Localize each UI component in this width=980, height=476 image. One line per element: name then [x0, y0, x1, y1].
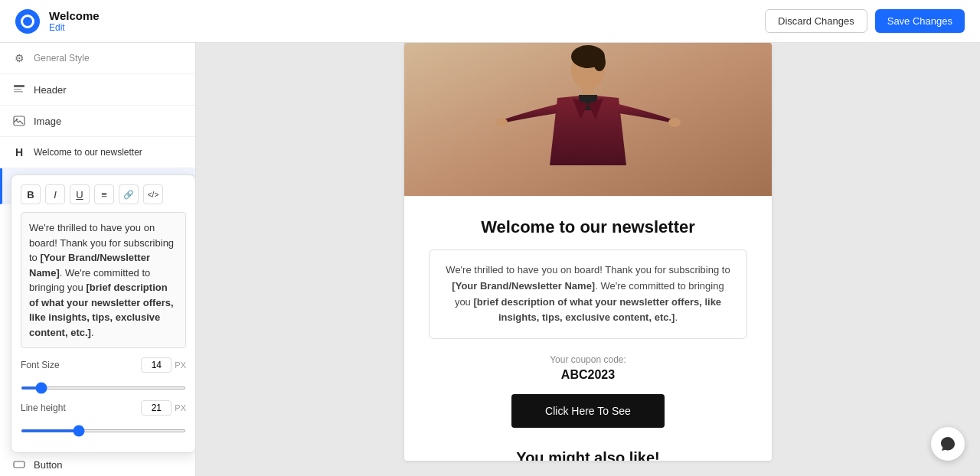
sidebar-item-button[interactable]: Button — [0, 449, 195, 476]
svg-point-20 — [668, 118, 681, 127]
topbar: Welcome Edit Discard Changes Save Change… — [0, 0, 980, 43]
coupon-label: Your coupon code: — [429, 354, 747, 365]
email-preview: Welcome to our newsletter We're thrilled… — [397, 43, 779, 461]
coupon-section: Your coupon code: ABC2023 — [429, 354, 747, 382]
font-size-input[interactable] — [141, 357, 172, 373]
coupon-code-value: ABC2023 — [429, 368, 747, 382]
email-desc-end: . — [675, 311, 678, 323]
content-area: Welcome to our newsletter We're thrilled… — [196, 43, 980, 476]
email-body: Welcome to our newsletter We're thrilled… — [404, 196, 772, 461]
gear-icon: ⚙ — [12, 51, 26, 65]
underline-button[interactable]: U — [70, 184, 90, 204]
topbar-actions: Discard Changes Save Changes — [765, 9, 965, 33]
line-height-unit: PX — [175, 403, 186, 412]
cta-button[interactable]: Click Here To See — [511, 394, 665, 428]
svg-rect-5 — [14, 461, 24, 468]
line-height-value-row: PX — [141, 400, 186, 416]
edit-label[interactable]: Edit — [49, 22, 100, 33]
code-button[interactable]: </> — [143, 184, 163, 204]
app-title: Welcome — [49, 9, 100, 22]
logo-inner — [21, 15, 34, 28]
line-height-row: Line height PX — [21, 400, 186, 416]
svg-rect-1 — [14, 89, 21, 90]
bold-button[interactable]: B — [21, 184, 41, 204]
email-desc-bold1: [Your Brand/Newsletter Name] — [452, 280, 595, 292]
line-height-label: Line height — [21, 403, 66, 413]
svg-rect-0 — [14, 85, 24, 87]
svg-rect-2 — [14, 91, 23, 93]
editor-content-area[interactable]: We're thrilled to have you on board! Tha… — [21, 212, 186, 348]
font-size-unit: PX — [175, 360, 186, 370]
font-size-label: Font Size — [21, 360, 60, 370]
editor-controls: Font Size PX Line height PX — [21, 357, 186, 435]
line-height-slider-row — [21, 422, 186, 435]
hero-image — [404, 43, 772, 196]
hero-person-svg — [404, 43, 772, 196]
header-icon — [12, 83, 26, 96]
sidebar: ⚙ General Style Header Image H Welcome t… — [0, 43, 196, 476]
editor-text-end: . — [91, 327, 94, 338]
sidebar-item-general-style[interactable]: ⚙ General Style — [0, 43, 195, 74]
font-size-slider[interactable] — [21, 386, 186, 390]
sidebar-item-heading[interactable]: H Welcome to our newsletter — [0, 137, 195, 168]
line-height-slider[interactable] — [21, 429, 186, 432]
strikethrough-button[interactable]: ≡ — [94, 184, 114, 204]
svg-point-17 — [593, 53, 606, 71]
editor-toolbar: B I U ≡ 🔗 </> — [21, 184, 186, 204]
image-icon — [12, 114, 26, 128]
sidebar-item-image[interactable]: Image — [0, 106, 195, 137]
sidebar-items-below: Button Coupon Code Social — [0, 449, 195, 476]
discard-button[interactable]: Discard Changes — [765, 9, 867, 33]
link-button[interactable]: 🔗 — [119, 184, 139, 204]
font-size-row: Font Size PX — [21, 357, 186, 373]
main-layout: ⚙ General Style Header Image H Welcome t… — [0, 43, 980, 476]
sidebar-item-header[interactable]: Header — [0, 74, 195, 106]
email-card: Welcome to our newsletter We're thrilled… — [404, 43, 772, 461]
save-button[interactable]: Save Changes — [875, 9, 965, 33]
chat-icon — [939, 435, 956, 452]
chat-fab[interactable] — [931, 427, 965, 461]
italic-button[interactable]: I — [45, 184, 65, 204]
email-desc-plain: We're thrilled to have you on board! Tha… — [446, 264, 730, 275]
button-icon — [12, 458, 26, 471]
svg-point-19 — [495, 118, 508, 127]
heading-icon: H — [12, 145, 26, 159]
topbar-info: Welcome Edit — [49, 9, 100, 33]
app-logo — [15, 9, 40, 34]
line-height-input[interactable] — [141, 400, 172, 416]
text-editor-panel: B I U ≡ 🔗 </> We're thrilled to have you… — [11, 174, 196, 453]
topbar-left: Welcome Edit — [15, 9, 100, 34]
email-description-box: We're thrilled to have you on board! Tha… — [429, 249, 747, 339]
font-size-value-row: PX — [141, 357, 186, 373]
section2-title: You might also like! — [429, 449, 747, 461]
font-size-slider-row — [21, 379, 186, 393]
email-title: Welcome to our newsletter — [429, 217, 747, 237]
email-desc-bold2: [brief description of what your newslett… — [473, 296, 721, 324]
